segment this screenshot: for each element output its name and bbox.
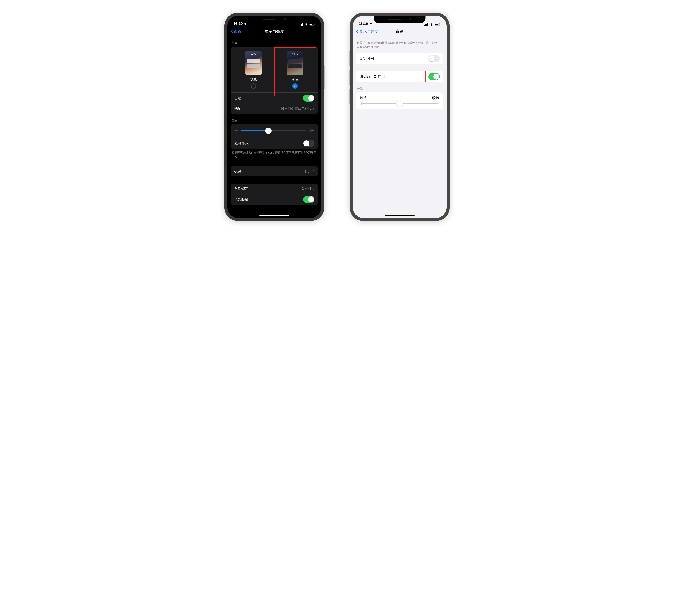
cellular-icon: [424, 23, 428, 26]
manual-enable-label: 明天前手动启用: [359, 74, 385, 79]
raise-to-wake-label: 抬起唤醒: [234, 197, 249, 202]
location-icon: [244, 22, 247, 25]
svg-line-22: [311, 129, 311, 129]
section-header-brightness: 亮度: [231, 114, 318, 124]
wifi-icon: [430, 23, 433, 26]
preview-light: 09:41: [245, 51, 262, 75]
back-label: 设置: [234, 29, 241, 34]
row-raise-to-wake[interactable]: 抬起唤醒: [231, 194, 318, 205]
svg-rect-29: [427, 23, 428, 26]
radio-unselected-icon: [251, 84, 256, 89]
svg-rect-28: [426, 24, 427, 26]
scheduled-label: 设定时间: [359, 56, 374, 61]
nav-bar: 设置 显示与亮度: [227, 26, 321, 36]
row-appearance-options[interactable]: 选项 日出前保持深色外观: [231, 104, 318, 114]
temp-warm-label: 较暖: [432, 95, 439, 100]
lock-wake-card: 自动锁定 2 分钟 抬起唤醒: [231, 184, 318, 205]
phone-frame-light: 16:10: [350, 13, 450, 221]
section-header-color-temp: 色温: [356, 82, 443, 92]
svg-rect-1: [300, 24, 301, 26]
appearance-options-detail: 日出前保持深色外观: [281, 107, 312, 111]
color-temp-card: 较冷 较暖: [356, 92, 443, 109]
svg-rect-27: [425, 24, 426, 26]
screen-night-shift: 16:10: [353, 16, 447, 218]
home-indicator[interactable]: [385, 215, 415, 216]
back-button[interactable]: 显示与亮度: [356, 29, 378, 34]
appearance-options-label: 选项: [234, 106, 241, 111]
night-shift-detail: 打开: [305, 169, 312, 174]
preview-dark: 09:41: [287, 51, 303, 75]
sun-min-icon: [234, 128, 238, 133]
cellular-icon: !: [299, 23, 303, 26]
night-shift-label: 夜览: [234, 169, 241, 174]
raise-to-wake-toggle[interactable]: [303, 196, 315, 203]
svg-rect-2: [301, 24, 302, 26]
manual-enable-toggle[interactable]: [428, 73, 440, 80]
chevron-left-icon: [356, 29, 359, 34]
sun-max-icon: [309, 128, 315, 134]
home-indicator[interactable]: [259, 215, 289, 216]
temp-cold-label: 较冷: [360, 95, 367, 100]
night-shift-intro: 日落后，夜览会自动将屏幕颜色调至色谱偏暖色的一端。这可助您在夜晚获得更佳睡眠。: [356, 36, 443, 49]
screen-display-brightness: 16:10 !: [227, 16, 321, 218]
location-icon: [369, 22, 372, 25]
auto-lock-detail: 2 分钟: [302, 187, 312, 191]
row-auto[interactable]: 自动: [231, 92, 318, 104]
brightness-slider[interactable]: [241, 130, 307, 131]
row-true-tone[interactable]: 原彩显示: [231, 138, 318, 149]
svg-point-8: [235, 130, 237, 131]
svg-rect-3: [302, 23, 303, 26]
svg-rect-0: [299, 25, 300, 26]
appearance-light-label: 浅色: [250, 77, 257, 81]
svg-point-17: [311, 129, 313, 131]
radio-selected-icon: [293, 84, 298, 89]
svg-rect-32: [440, 24, 440, 25]
svg-line-25: [313, 129, 313, 129]
night-shift-card: 夜览 打开: [231, 166, 318, 176]
status-time: 16:10: [233, 22, 242, 26]
svg-rect-7: [315, 24, 315, 25]
phone-frame-dark: 16:10 !: [224, 13, 324, 221]
true-tone-footer: 根据环境光线条件自动调整 iPhone 屏幕以在不同环境下保持色彩显示一致。: [231, 149, 318, 159]
page-title: 显示与亮度: [265, 29, 284, 34]
chevron-right-icon: [313, 187, 315, 190]
row-manual-enable[interactable]: 明天前手动启用: [356, 71, 443, 82]
appearance-option-light[interactable]: 09:41 浅色: [235, 51, 273, 89]
battery-icon: [309, 23, 315, 26]
scheduled-toggle[interactable]: [428, 55, 440, 62]
status-time: 16:10: [359, 22, 368, 26]
manual-enable-card: 明天前手动启用: [356, 71, 443, 82]
color-temp-slider[interactable]: [361, 103, 438, 104]
appearance-card: 09:41 浅色 09:41 深色: [231, 47, 318, 114]
chevron-right-icon: [313, 170, 315, 173]
battery-icon: [435, 23, 441, 26]
wifi-icon: [304, 23, 308, 26]
auto-lock-label: 自动锁定: [234, 186, 249, 191]
true-tone-label: 原彩显示: [234, 141, 249, 146]
svg-line-24: [311, 131, 311, 132]
row-night-shift[interactable]: 夜览 打开: [231, 166, 318, 176]
svg-rect-26: [424, 25, 425, 26]
back-label: 显示与亮度: [359, 29, 378, 34]
auto-label: 自动: [234, 96, 241, 101]
row-scheduled[interactable]: 设定时间: [356, 53, 443, 64]
brightness-slider-row[interactable]: [231, 124, 318, 138]
notch: [374, 16, 425, 23]
appearance-dark-label: 深色: [292, 77, 298, 81]
appearance-option-dark[interactable]: 09:41 深色: [276, 51, 314, 89]
section-header-appearance: 外观: [231, 36, 318, 47]
notch: [248, 16, 300, 23]
chevron-right-icon: [313, 107, 315, 110]
svg-rect-31: [435, 24, 438, 25]
color-temp-slider-row[interactable]: 较冷 较暖: [356, 92, 443, 109]
page-title: 夜览: [396, 29, 404, 34]
true-tone-toggle[interactable]: [303, 140, 315, 147]
scheduled-card: 设定时间: [356, 53, 443, 64]
svg-line-23: [313, 131, 313, 132]
chevron-left-icon: [230, 29, 233, 34]
svg-rect-6: [310, 24, 312, 25]
row-auto-lock[interactable]: 自动锁定 2 分钟: [231, 184, 318, 194]
back-button[interactable]: 设置: [230, 29, 241, 34]
auto-toggle[interactable]: [303, 95, 315, 102]
nav-bar: 显示与亮度 夜览: [353, 26, 447, 36]
